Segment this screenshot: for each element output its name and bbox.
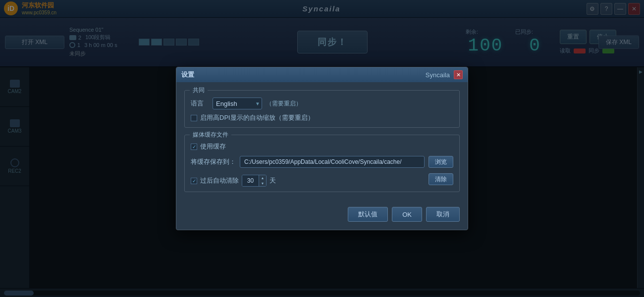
use-cache-row: 使用缓存 [191, 142, 453, 151]
auto-clear-row: 过后自动清除 30 ▲ ▼ 天 清除 [191, 172, 453, 187]
default-button[interactable]: 默认值 [348, 207, 388, 222]
common-section-content: 语言 English 中文 日本語 ▼ （需要重启） [185, 91, 459, 127]
cache-section: 媒体缓存文件 使用缓存 将缓存保存到： 浏览 [184, 135, 460, 192]
cache-path-row: 将缓存保存到： 浏览 [191, 156, 453, 168]
dialog-body: 共同 语言 English 中文 日本語 ▼ [176, 82, 468, 207]
dialog-footer: 默认值 OK 取消 [176, 207, 468, 230]
use-cache-checkbox[interactable] [191, 144, 197, 150]
clear-cache-button[interactable]: 清除 [429, 173, 453, 185]
common-section-label: 共同 [190, 86, 208, 95]
language-select-wrapper: English 中文 日本語 ▼ [213, 98, 262, 109]
cancel-button[interactable]: 取消 [426, 207, 460, 222]
hidpi-label: 启用高DPI显示的自动缩放（需要重启） [200, 113, 314, 122]
days-unit-label: 天 [269, 176, 276, 185]
cache-section-content: 使用缓存 将缓存保存到： 浏览 过后自动清除 [185, 135, 459, 192]
browse-button[interactable]: 浏览 [429, 156, 453, 168]
app-window: iD 河东软件园 www.pc0359.cn Syncaila ⚙ ? — ✕ … [0, 0, 644, 297]
hidpi-checkbox[interactable] [191, 115, 197, 121]
common-section: 共同 语言 English 中文 日本語 ▼ [184, 90, 460, 128]
modal-overlay: 设置 Syncaila ✕ 共同 语言 Eng [0, 0, 644, 297]
spinner-buttons: ▲ ▼ [259, 175, 266, 186]
days-row: 过后自动清除 30 ▲ ▼ 天 [191, 175, 276, 187]
hidpi-row: 启用高DPI显示的自动缩放（需要重启） [191, 113, 453, 122]
ok-button[interactable]: OK [392, 207, 422, 222]
days-spinner: 30 ▲ ▼ [242, 175, 267, 187]
dialog-titlebar: 设置 Syncaila ✕ [176, 67, 468, 82]
spinner-up-button[interactable]: ▲ [259, 175, 266, 181]
cache-path-label: 将缓存保存到： [191, 157, 236, 166]
dialog-title: 设置 [181, 70, 194, 79]
auto-clear-checkbox[interactable] [191, 178, 197, 184]
cache-path-input[interactable] [240, 156, 425, 168]
dialog-app-name: Syncaila [426, 71, 450, 79]
cache-section-label: 媒体缓存文件 [190, 131, 231, 139]
settings-dialog: 设置 Syncaila ✕ 共同 语言 Eng [176, 67, 468, 230]
spinner-down-button[interactable]: ▼ [259, 181, 266, 186]
language-label: 语言 [191, 99, 209, 108]
language-note: （需要重启） [266, 99, 302, 108]
days-value: 30 [242, 175, 259, 186]
auto-clear-label: 过后自动清除 [200, 176, 239, 185]
use-cache-label: 使用缓存 [200, 142, 226, 151]
language-row: 语言 English 中文 日本語 ▼ （需要重启） [191, 98, 453, 109]
dialog-close-button[interactable]: ✕ [454, 70, 463, 79]
language-select[interactable]: English 中文 日本語 [213, 98, 262, 109]
